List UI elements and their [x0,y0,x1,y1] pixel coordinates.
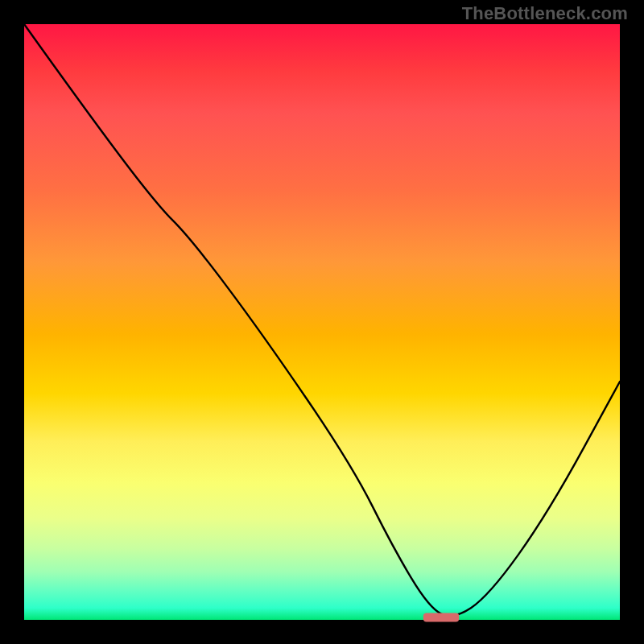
chart-frame: TheBottleneck.com [0,0,644,644]
optimum-marker [423,613,459,621]
watermark-text: TheBottleneck.com [462,3,628,24]
plot-area [24,24,620,620]
bottleneck-curve [24,24,620,616]
curve-svg [24,24,620,620]
